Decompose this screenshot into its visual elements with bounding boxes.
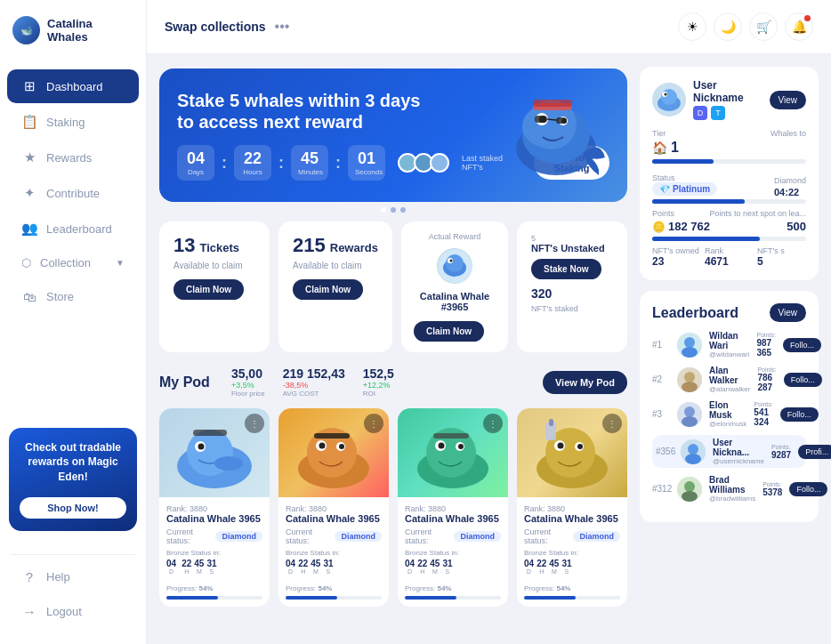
nft-body-4: Rank: 3880 Catalina Whale 3965 Current s… (517, 497, 627, 607)
tier-label: Tier (652, 129, 666, 138)
profile-button-4[interactable]: Profi... (798, 445, 831, 459)
timer-days: 04 Days (177, 145, 214, 181)
view-profile-button[interactable]: View (770, 91, 807, 109)
sidebar-item-staking[interactable]: 📋 Staking (7, 105, 139, 139)
nft-status-label-3: Current status: (405, 527, 450, 545)
svg-point-61 (688, 444, 698, 455)
status-right: Diamond 04:22 (774, 171, 806, 197)
nft-card-1: ⋮ Rank: 3880 Catalina Whale 3965 Current… (159, 408, 270, 607)
points-progress-bg (652, 237, 806, 241)
user-stats-grid: NFT's owned 23 Rank 4671 NFT's s 5 (652, 246, 806, 268)
nft-menu-icon-4[interactable]: ⋮ (602, 414, 622, 433)
pod-title: My Pod (159, 374, 210, 390)
lb-info-3: Elon Musk @elonmusk (709, 400, 746, 428)
nft-name-1: Catalina Whale 3965 (166, 513, 262, 524)
tier-row: Tier Whales to (652, 129, 806, 138)
lb-avatar-2 (677, 367, 702, 392)
lb-avatar-5 (677, 477, 702, 502)
user-card-top: User Nickname D T View (652, 79, 806, 120)
nft-image-3: ⋮ (398, 408, 508, 497)
sidebar-item-collection[interactable]: ⬡ Collection ▼ (7, 247, 139, 278)
svg-rect-11 (556, 117, 567, 124)
cart-button[interactable]: 🛒 (749, 12, 778, 41)
sidebar-item-help[interactable]: ? Help (7, 560, 139, 593)
follow-button-2[interactable]: Follo... (784, 373, 822, 387)
stake-now-button[interactable]: Stake Now (531, 259, 601, 279)
nft-rank-3: Rank: 3880 (405, 504, 501, 513)
svg-point-52 (684, 337, 695, 348)
sidebar-item-dashboard[interactable]: ⊞ Dashboard (7, 69, 139, 103)
theme-light-button[interactable]: ☀ (678, 12, 706, 41)
nfts-unstaked-unit: NFT's Unstaked (531, 243, 605, 254)
nfts-unstaked-card: 5 NFT's Unstaked Stake Now 320 NFT's sta… (517, 221, 627, 352)
user-profile-card: User Nickname D T View Tier Whales to 🏠 (640, 67, 819, 280)
view-my-pod-button[interactable]: View My Pod (543, 371, 627, 394)
pod-stat-floor: 35,00 +3,5% Floor price (231, 366, 265, 398)
bronze-status-label-2: Bronze Status in: (286, 549, 382, 557)
timer-minutes-value: 45 (298, 149, 321, 168)
hero-banner: Stake 5 whales within 3 days to access n… (159, 68, 627, 202)
lb-points-5: Points: 5378 (762, 481, 782, 497)
content-area: Stake 5 whales within 3 days to access n… (147, 54, 831, 644)
timer-hours: 22 Hours (234, 145, 271, 181)
twitter-icon[interactable]: T (711, 106, 725, 120)
nft-name-3: Catalina Whale 3965 (405, 513, 501, 524)
sidebar-item-contribute[interactable]: ✦ Contribute (7, 176, 139, 210)
tickets-label: Available to claim (173, 261, 255, 270)
promo-title: Check out tradable rewards on Magic Eden… (20, 440, 126, 485)
rewards-unit: Rewards (330, 241, 378, 254)
svg-point-27 (319, 443, 326, 449)
pod-floor-label: Floor price (231, 390, 265, 398)
sidebar-item-label: Help (46, 570, 70, 584)
svg-point-29 (339, 444, 344, 449)
sidebar-promo: Check out tradable rewards on Magic Eden… (9, 428, 137, 531)
nft-menu-icon-2[interactable]: ⋮ (364, 414, 383, 433)
sidebar-item-label: Staking (46, 116, 85, 129)
timer-seconds-value: 01 (355, 149, 378, 168)
leaderboard-icon: 👥 (21, 221, 37, 237)
theme-dark-button[interactable]: 🌙 (714, 12, 742, 41)
notification-button[interactable]: 🔔 (785, 12, 813, 41)
claim-actual-reward-button[interactable]: Claim Now (414, 321, 484, 342)
follow-button-5[interactable]: Follo... (789, 482, 827, 496)
rewards-icon: ★ (21, 149, 37, 165)
sidebar-item-leaderboard[interactable]: 👥 Leaderboard (7, 212, 139, 246)
view-leaderboard-button[interactable]: View (770, 303, 807, 322)
pod-avgcost-value: 219 152,43 (283, 366, 345, 381)
promo-shop-button[interactable]: Shop Now! (20, 497, 126, 519)
sidebar-item-store[interactable]: 🛍 Store (7, 280, 139, 313)
timer-days-label: Days (184, 168, 207, 176)
claim-tickets-button[interactable]: Claim Now (173, 279, 244, 300)
svg-point-23 (214, 456, 243, 471)
logo-icon: 🐋 (12, 16, 40, 44)
nft-status-row-2: Current status: Diamond (286, 527, 382, 545)
dashboard-icon: ⊞ (21, 78, 37, 94)
topbar-more-button[interactable]: ••• (275, 19, 290, 35)
nft-name-4: Catalina Whale 3965 (524, 513, 620, 524)
last-staked-avatars (401, 153, 449, 173)
points-value: 182 762 (668, 220, 710, 233)
follow-button-3[interactable]: Follo... (780, 407, 819, 422)
nft-menu-icon-3[interactable]: ⋮ (483, 414, 503, 433)
rewards-card: 215 Rewards Available to claim Claim Now (278, 221, 392, 352)
svg-point-55 (684, 372, 695, 382)
actual-reward-card: Actual Reward Catalina Whale #3965 Claim… (401, 221, 508, 352)
topbar-icons: ☀ 🌙 🛒 🔔 (678, 12, 813, 41)
bronze-status-label-3: Bronze Status in: (405, 549, 501, 557)
status-badge: 💎 Platinum (652, 182, 717, 196)
claim-rewards-button[interactable]: Claim Now (293, 279, 363, 300)
pod-avgcost-change: -38,5% (283, 381, 345, 390)
nft-menu-icon-1[interactable]: ⋮ (245, 414, 264, 433)
discord-icon[interactable]: D (693, 106, 707, 120)
sidebar-item-logout[interactable]: → Logout (7, 595, 139, 628)
diamond-label: Diamond (774, 176, 806, 185)
svg-line-12 (547, 119, 556, 120)
svg-point-48 (661, 89, 677, 105)
lb-handle-5: @bradwilliams (709, 495, 755, 503)
nfts-staked-label: NFT's staked (531, 304, 613, 313)
svg-point-41 (558, 443, 564, 449)
follow-button-1[interactable]: Follo... (783, 338, 821, 352)
user-name: User Nickname (693, 79, 762, 104)
user-stat-rank: Rank 4671 (705, 246, 754, 268)
sidebar-item-rewards[interactable]: ★ Rewards (7, 141, 139, 174)
